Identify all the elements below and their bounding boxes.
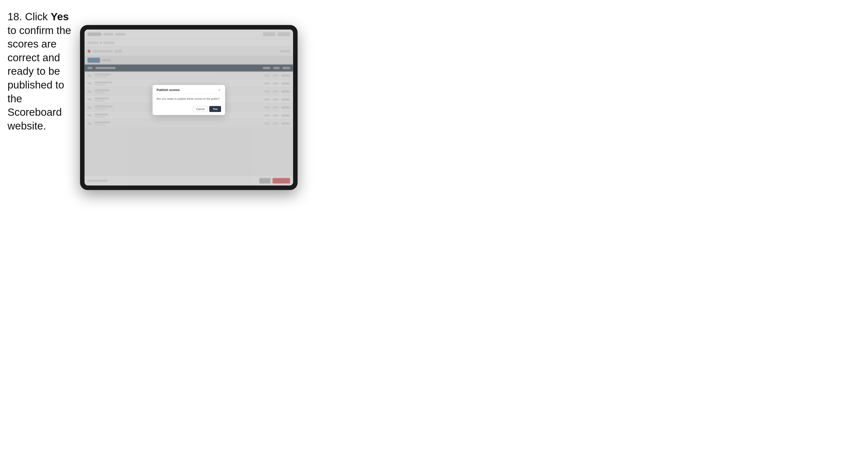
publish-scores-dialog: Publish scores × Are you ready to publis… [153, 85, 225, 115]
dialog-overlay: Publish scores × Are you ready to publis… [85, 30, 293, 186]
yes-button[interactable]: Yes [209, 106, 221, 112]
dialog-header: Publish scores × [153, 85, 225, 94]
tablet-device: Publish scores × Are you ready to publis… [80, 25, 298, 190]
bold-yes: Yes [51, 11, 69, 23]
cancel-button[interactable]: Cancel [193, 106, 208, 112]
instruction-text: 18. Click Yes to confirm the scores are … [7, 10, 78, 133]
step-number: 18. [7, 11, 22, 23]
tablet-screen: Publish scores × Are you ready to publis… [85, 30, 293, 186]
dialog-message: Are you ready to publish these scores to… [157, 97, 220, 100]
close-icon[interactable]: × [218, 88, 221, 92]
dialog-footer: Cancel Yes [153, 104, 225, 115]
dialog-title: Publish scores [157, 88, 180, 92]
dialog-body: Are you ready to publish these scores to… [153, 94, 225, 104]
